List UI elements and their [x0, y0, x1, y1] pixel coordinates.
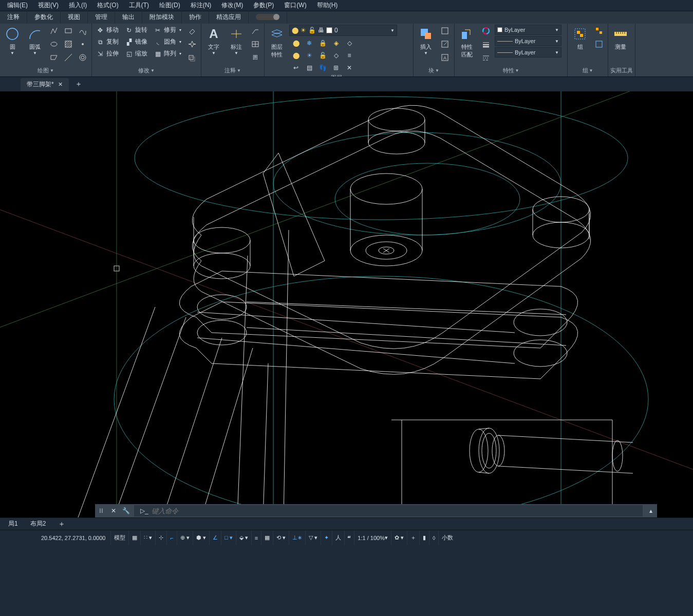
menu-window[interactable]: 窗口(W) — [279, 0, 311, 11]
layout-tab-1[interactable]: 局1 — [2, 518, 24, 530]
group-edit-button[interactable] — [592, 38, 606, 50]
rect-button[interactable] — [62, 25, 75, 37]
layer-off-button[interactable]: ⬤ — [289, 37, 303, 49]
spline-button[interactable] — [76, 25, 89, 37]
workspace-button[interactable]: ✿ ▾ — [391, 531, 407, 545]
group-button[interactable]: 组 — [570, 25, 590, 52]
command-settings-button[interactable]: 🔧 — [120, 507, 132, 514]
linetype-selector[interactable]: ByLayer▼ — [495, 47, 561, 57]
layer-walk-button[interactable]: 👣 — [316, 62, 329, 74]
document-tab[interactable]: 带三脚架* ✕ — [21, 78, 69, 91]
units-button[interactable]: 小数 — [438, 531, 456, 545]
grid-button[interactable]: ▦ — [128, 531, 140, 545]
layer-selector[interactable]: ⬤ ☀ 🔓 🖶 0 ▼ — [289, 25, 397, 36]
rotate-button[interactable]: ↻旋转 — [123, 25, 149, 35]
layer-lock-button[interactable]: 🔒 — [316, 37, 329, 49]
infer-button[interactable]: ⊹ — [155, 531, 166, 545]
hardware-accel-button[interactable]: ▮ — [419, 531, 429, 545]
command-history-button[interactable]: ▴ — [645, 507, 657, 514]
array-button[interactable]: ▦阵列▾ — [152, 48, 183, 59]
menu-edit[interactable]: 编辑(E) — [2, 0, 33, 11]
ribbon-tab-manage[interactable]: 管理 — [88, 11, 115, 24]
lineweight-icon[interactable] — [479, 38, 493, 50]
table-button[interactable] — [249, 38, 262, 50]
stretch-button[interactable]: ⇲拉伸 — [94, 48, 121, 59]
explode-button[interactable] — [185, 38, 199, 50]
osnap-button[interactable]: □ ▾ — [221, 531, 236, 545]
scale-list-button[interactable]: 1:1 / 100% ▾ — [354, 531, 391, 545]
model-space-button[interactable]: 模型 — [110, 531, 128, 545]
arc-button[interactable]: 圆弧 ▼ — [25, 25, 45, 56]
polyline-button[interactable] — [47, 25, 61, 37]
3dosnap-button[interactable]: ⬙ ▾ — [236, 531, 251, 545]
copy-button[interactable]: ⧉复制 — [94, 36, 121, 47]
layer-unlock-button[interactable]: 🔓 — [316, 49, 329, 62]
menu-view[interactable]: 视图(V) — [33, 0, 64, 11]
move-button[interactable]: ✥移动 — [94, 25, 121, 35]
scale-button[interactable]: ◱缩放 — [123, 48, 149, 59]
polar-button[interactable]: ⊕ ▾ — [177, 531, 193, 545]
isolate-button[interactable]: ◊ — [429, 531, 438, 545]
menu-help[interactable]: 帮助(H) — [312, 0, 343, 11]
ribbon-tab-output[interactable]: 输出 — [115, 11, 142, 24]
annotation-scale-button[interactable]: 人 — [332, 531, 344, 545]
ungroup-button[interactable] — [592, 25, 606, 37]
command-line-handle[interactable]: ⁞⁞ — [95, 507, 107, 514]
donut-button[interactable] — [76, 51, 89, 64]
menu-format[interactable]: 格式(O) — [92, 0, 123, 11]
ellipse-button[interactable] — [47, 38, 61, 50]
layer-make-current-button[interactable]: ◇ — [343, 37, 356, 49]
otrack-button[interactable]: ∠ — [209, 531, 221, 545]
ribbon-tab-collab[interactable]: 协作 — [182, 11, 209, 24]
menu-insert[interactable]: 插入(I) — [64, 0, 92, 11]
layer-iso-button[interactable]: ◈ — [329, 37, 343, 49]
hatch-button[interactable] — [62, 38, 75, 50]
measure-button[interactable]: 测量 — [610, 25, 631, 52]
layer-thaw-button[interactable]: ☀ — [303, 49, 316, 62]
ribbon-tab-view[interactable]: 视图 — [61, 11, 88, 24]
insert-button[interactable]: 插入 ▼ — [416, 25, 436, 56]
leader-button[interactable] — [249, 25, 262, 37]
lineweight-selector[interactable]: ByLayer▼ — [495, 36, 561, 46]
color-wheel-icon[interactable] — [479, 25, 493, 37]
construction-line-button[interactable] — [62, 51, 75, 64]
new-document-button[interactable]: ＋ — [71, 80, 86, 89]
add-layout-button[interactable]: ＋ — [52, 518, 71, 530]
ribbon-tab-featured[interactable]: 精选应用 — [209, 11, 249, 24]
layer-freeze-button[interactable]: ❄ — [303, 37, 316, 49]
coordinate-readout[interactable]: 20.5422, 27.2731, 0.0000 — [0, 535, 110, 541]
region-button[interactable] — [47, 51, 61, 64]
menu-draw[interactable]: 绘图(D) — [154, 0, 185, 11]
layer-on-button[interactable]: ⬤ — [289, 49, 303, 62]
ribbon-tab-annot[interactable]: 注释 — [0, 11, 27, 24]
close-icon[interactable]: ✕ — [107, 507, 120, 514]
drawing-viewport[interactable]: ⁞⁞ ✕ 🔧 ▷_ ▴ — [0, 91, 693, 517]
trim-button[interactable]: ✂修剪▾ — [152, 25, 183, 35]
attr-button[interactable]: A — [438, 51, 452, 64]
annotation-scale-lock[interactable]: 🙶 — [344, 531, 354, 545]
filter-button[interactable]: ▽ ▾ — [305, 531, 321, 545]
layer-prev-button[interactable]: ↩ — [289, 62, 303, 74]
mtext-button[interactable]: 囲 — [249, 51, 262, 64]
close-document-button[interactable]: ✕ — [58, 81, 63, 88]
cycling-button[interactable]: ⟲ ▾ — [273, 531, 289, 545]
fillet-button[interactable]: ◟圆角▾ — [152, 36, 183, 47]
linetype-icon[interactable] — [479, 51, 493, 64]
dim-button[interactable]: 标注 ▼ — [226, 25, 247, 56]
offset-button[interactable] — [185, 51, 199, 64]
transparency-button[interactable]: ▦ — [261, 531, 273, 545]
layer-match-button[interactable]: ≡ — [343, 49, 356, 62]
create-block-button[interactable] — [438, 25, 452, 37]
layer-state-button[interactable]: ▤ — [303, 62, 316, 74]
layer-merge-button[interactable]: ⊞ — [329, 62, 343, 74]
erase-button[interactable] — [185, 25, 199, 37]
menu-tools[interactable]: 工具(T) — [124, 0, 154, 11]
circle-button[interactable]: 圆 ▼ — [2, 25, 23, 56]
iso-button[interactable]: ⬢ ▾ — [193, 531, 209, 545]
match-prop-button[interactable]: 特性 匹配 — [457, 25, 477, 60]
ribbon-tab-param[interactable]: 参数化 — [27, 11, 61, 24]
text-button[interactable]: A 文字 ▼ — [203, 25, 224, 56]
ribbon-tab-addin[interactable]: 附加模块 — [142, 11, 182, 24]
command-input[interactable] — [152, 507, 640, 515]
menu-dim[interactable]: 标注(N) — [185, 0, 217, 11]
